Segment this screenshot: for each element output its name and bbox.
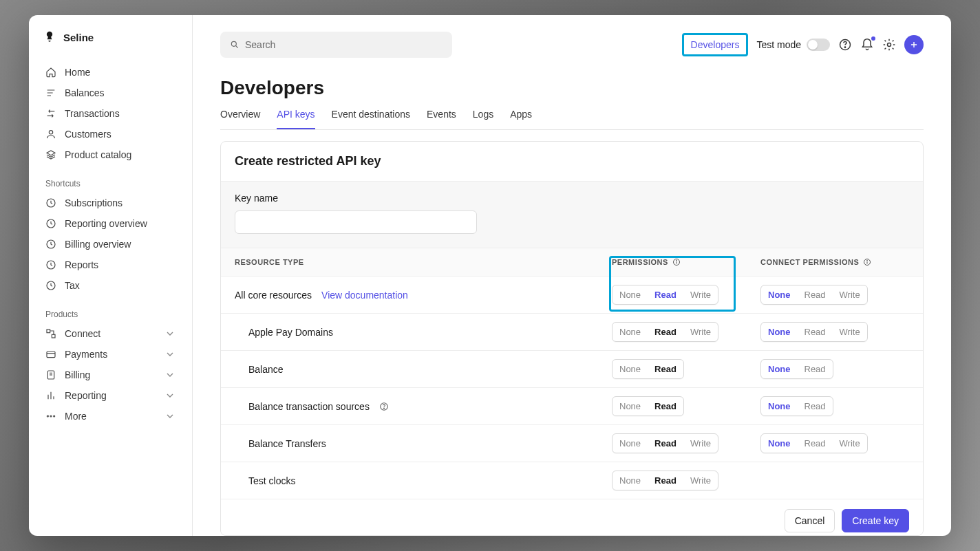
tab-event-destinations[interactable]: Event destinations [332,109,410,129]
permission-segment[interactable]: NoneReadWrite [760,322,868,342]
page-title: Developers [220,77,924,99]
segment-option[interactable]: None [612,360,648,378]
plus-icon [909,40,919,50]
cancel-button[interactable]: Cancel [785,509,835,532]
app-window: Seline HomeBalancesTransactionsCustomers… [29,15,951,536]
segment-option[interactable]: Read [648,285,683,304]
permission-segment[interactable]: NoneRead [760,359,833,379]
brand: Seline [29,30,192,58]
brand-name: Seline [63,32,94,43]
sidebar-item-reporting[interactable]: Reporting [39,385,182,406]
segment-option[interactable]: None [761,360,798,378]
segment-option[interactable]: None [761,285,798,304]
segment-option[interactable]: Read [648,323,683,341]
help-icon[interactable] [379,402,389,411]
segment-option[interactable]: None [761,323,798,341]
sidebar-item-reporting-overview[interactable]: Reporting overview [39,213,182,234]
sidebar-item-payments[interactable]: Payments [39,344,182,365]
sidebar-item-home[interactable]: Home [39,62,182,83]
sidebar-item-product-catalog[interactable]: Product catalog [39,144,182,165]
permission-segment[interactable]: NoneReadWrite [612,471,718,490]
sidebar-item-label: Transactions [65,108,120,119]
svg-point-36 [383,408,384,409]
sidebar-item-label: More [65,411,87,422]
segment-option[interactable]: None [612,285,648,304]
create-key-button[interactable]: Create key [842,509,909,532]
tab-logs[interactable]: Logs [473,109,493,129]
permission-row: Apple Pay DomainsNoneReadWriteNoneReadWr… [221,313,923,350]
sidebar-item-billing-overview[interactable]: Billing overview [39,234,182,255]
permission-row: Balance transaction sources NoneReadNone… [221,387,923,424]
permissions-header: RESOURCE TYPE PERMISSIONS CONNECT PERMIS… [221,248,923,276]
sidebar-item-label: Subscriptions [65,197,122,208]
segment-option[interactable]: Read [648,434,683,453]
create-key-panel: Create restricted API key Key name RESOU… [220,141,924,536]
segment-option[interactable]: Read [648,471,683,490]
segment-option[interactable]: Read [648,360,683,378]
sidebar-item-subscriptions[interactable]: Subscriptions [39,193,182,213]
segment-option[interactable]: None [761,397,798,415]
sidebar-item-transactions[interactable]: Transactions [39,103,182,124]
segment-option[interactable]: Read [648,397,683,415]
sidebar-item-more[interactable]: More [39,406,182,426]
tab-api-keys[interactable]: API keys [277,109,315,129]
permission-segment[interactable]: NoneReadWrite [612,285,718,305]
sidebar-item-customers[interactable]: Customers [39,124,182,144]
segment-option[interactable]: None [612,434,648,453]
sidebar-item-tax[interactable]: Tax [39,275,182,296]
permission-row: Balance TransfersNoneReadWriteNoneReadWr… [221,424,923,462]
sidebar-item-label: Tax [65,280,80,291]
permission-segment[interactable]: NoneReadWrite [612,322,718,342]
view-documentation-link[interactable]: View documentation [321,290,408,301]
reporting-icon [45,390,56,401]
segment-option[interactable]: None [761,434,798,453]
segment-option[interactable]: Read [798,397,833,415]
svg-point-26 [888,43,891,47]
segment-option[interactable]: Write [833,323,867,341]
settings-icon[interactable] [882,38,896,52]
chevron-down-icon [164,328,175,339]
search-input[interactable]: Search [220,32,452,58]
tab-events[interactable]: Events [427,109,456,129]
segment-option[interactable]: Write [833,434,867,453]
segment-option[interactable]: None [612,397,648,415]
segment-option[interactable]: None [612,323,648,341]
key-name-input[interactable] [235,210,477,234]
permission-segment[interactable]: NoneReadWrite [612,433,718,453]
permission-segment[interactable]: NoneReadWrite [760,285,868,305]
info-icon[interactable] [672,258,681,266]
sidebar-item-label: Payments [65,349,107,360]
segment-option[interactable]: Write [833,285,867,304]
sidebar-item-reports[interactable]: Reports [39,255,182,275]
create-button[interactable] [904,35,924,54]
info-icon[interactable] [863,258,871,266]
tab-apps[interactable]: Apps [510,109,532,129]
developers-link[interactable]: Developers [682,33,749,56]
help-icon[interactable] [838,38,852,52]
permission-segment[interactable]: NoneReadWrite [760,433,868,453]
segment-option[interactable]: Write [683,434,718,453]
segment-option[interactable]: Write [683,323,718,341]
chevron-down-icon [164,369,175,380]
segment-option[interactable]: Read [798,285,833,304]
search-placeholder: Search [245,39,275,50]
customers-icon [45,129,56,140]
tab-overview[interactable]: Overview [220,109,260,129]
segment-option[interactable]: Write [683,285,718,304]
permission-segment[interactable]: NoneRead [612,396,684,416]
segment-option[interactable]: None [612,471,648,490]
test-mode-toggle[interactable] [807,39,830,51]
segment-option[interactable]: Read [798,360,833,378]
permission-segment[interactable]: NoneRead [612,359,684,379]
sidebar-item-billing[interactable]: Billing [39,365,182,385]
segment-option[interactable]: Write [683,471,718,490]
permission-segment[interactable]: NoneRead [760,396,833,416]
sidebar-item-balances[interactable]: Balances [39,83,182,103]
test-mode: Test mode [756,39,830,51]
segment-option[interactable]: Read [798,434,833,453]
notifications-icon[interactable] [860,38,874,52]
sidebar-item-connect[interactable]: Connect [39,323,182,344]
chevron-down-icon [164,390,175,401]
segment-option[interactable]: Read [798,323,833,341]
sidebar-item-label: Reporting [65,390,107,401]
